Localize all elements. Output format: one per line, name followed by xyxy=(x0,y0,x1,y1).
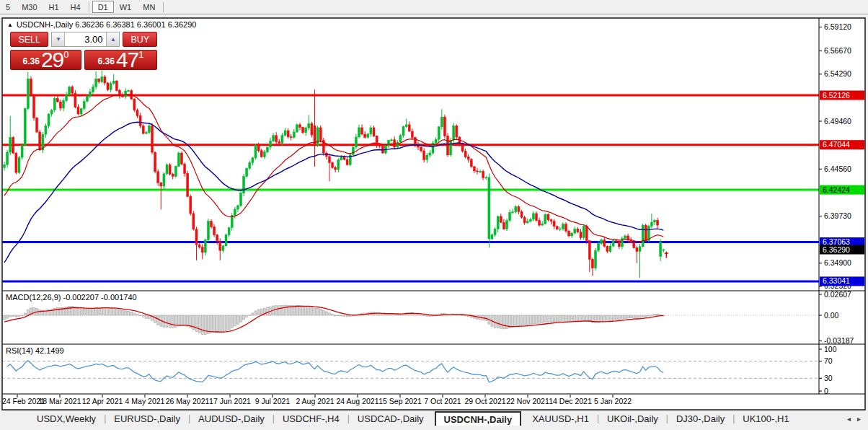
volume-input[interactable]: 3.00 xyxy=(65,32,106,46)
timeframe-button-5[interactable]: 5 xyxy=(0,1,16,13)
ask-price-box[interactable]: 6.36471 xyxy=(84,50,157,70)
tab-scroll-left-icon[interactable]: ◂ xyxy=(847,415,851,423)
ask-price-big: 47 xyxy=(116,51,138,69)
chart-tab-usdchf-h4[interactable]: USDCHF-,H4 xyxy=(275,413,347,424)
volume-decrease-button[interactable]: ▼ xyxy=(52,32,65,46)
timeframe-button-w1[interactable]: W1 xyxy=(114,1,138,13)
timeframe-button-m30[interactable]: M30 xyxy=(16,1,43,13)
chart-tab-dj30-daily[interactable]: DJ30-,Daily xyxy=(668,413,732,424)
chart-tab-usdx-weekly[interactable]: USDX,Weekly xyxy=(29,413,104,424)
chevron-down-icon: ▼ xyxy=(56,36,61,43)
timeframe-button-d1[interactable]: D1 xyxy=(92,1,114,13)
time-axis: 24 Feb 202118 Mar 202112 Apr 20214 May 2… xyxy=(2,395,632,405)
tab-scroll-right-icon[interactable]: ▸ xyxy=(857,415,861,423)
chevron-up-icon: ▲ xyxy=(110,36,116,43)
macd-tick-label: 0.02607 xyxy=(824,290,851,299)
buy-button[interactable]: BUY xyxy=(123,32,157,47)
price-badge-6.33041: 6.33041 xyxy=(823,276,850,285)
chart-title-ohlc: USDCNH-,Daily 6.36236 6.36381 6.36001 6.… xyxy=(17,20,197,29)
timeframe-button-h4[interactable]: H4 xyxy=(65,1,87,13)
chart-window-bg xyxy=(2,18,865,410)
bid-price-big: 29 xyxy=(41,51,63,69)
one-click-collapse-icon[interactable]: ▲ xyxy=(7,22,13,28)
ask-price-sup: 1 xyxy=(138,49,143,60)
time-label: 24 Aug 2021 xyxy=(337,397,379,405)
one-click-trading-panel: SELL ▼ 3.00 ▲ BUY 6.36290 6.36471 xyxy=(10,32,157,70)
price-tick-label: 6.34900 xyxy=(824,258,851,267)
time-label: 22 Nov 2021 xyxy=(506,397,549,405)
time-label: 15 Sep 2021 xyxy=(378,397,422,405)
time-label: 5 Jan 2022 xyxy=(594,397,632,405)
time-label: 9 Jul 2021 xyxy=(255,397,291,405)
chart-tab-audusd-daily[interactable]: AUDUSD-,Daily xyxy=(190,413,273,424)
rsi-tick-label: 100 xyxy=(824,345,837,354)
price-tick-label: 6.56670 xyxy=(824,46,851,55)
sell-button[interactable]: SELL xyxy=(10,32,48,47)
volume-increase-button[interactable]: ▲ xyxy=(106,32,119,46)
time-label: 29 Oct 2021 xyxy=(464,397,505,405)
timeframe-button-mn[interactable]: MN xyxy=(137,1,161,13)
chart-tab-usdcnh-daily[interactable]: USDCNH-,Daily xyxy=(435,411,522,426)
bid-price-sup: 0 xyxy=(63,49,68,60)
price-tick-label: 6.59120 xyxy=(824,22,851,31)
price-badge-6.36290: 6.36290 xyxy=(823,245,850,254)
bid-price-box[interactable]: 6.36290 xyxy=(10,50,81,70)
chart-tab-ukoil-daily[interactable]: UKOil-,Daily xyxy=(599,413,666,424)
timeframe-button-h1[interactable]: H1 xyxy=(43,1,65,13)
price-badge-6.42424: 6.42424 xyxy=(823,185,850,194)
chart-tab-eurusd-daily[interactable]: EURUSD-,Daily xyxy=(106,413,188,424)
chart-tab-usdcad-daily[interactable]: USDCAD-,Daily xyxy=(350,413,432,424)
timeframe-toolbar: 5M30H1H4D1W1MN xyxy=(0,0,868,14)
time-label: 26 May 2021 xyxy=(166,397,210,405)
price-tick-label: 6.39730 xyxy=(824,211,851,220)
ask-price-prefix: 6.36 xyxy=(98,56,115,66)
macd-label: MACD(12,26,9) -0.002207 -0.001740 xyxy=(6,293,137,302)
toolbar-separator xyxy=(163,2,164,12)
toolbar-separator xyxy=(89,2,90,12)
rsi-tick-label: 30 xyxy=(824,374,833,382)
time-label: 4 May 2021 xyxy=(125,397,165,405)
price-tick-label: 6.44560 xyxy=(824,164,851,173)
time-label: 7 Oct 2021 xyxy=(424,397,461,405)
bid-price-prefix: 6.36 xyxy=(23,56,40,66)
time-label: 14 Dec 2021 xyxy=(549,397,592,405)
rsi-tick-label: 0 xyxy=(824,387,828,395)
volume-stepper: ▼ 3.00 ▲ xyxy=(51,32,120,47)
chart-tab-xauusd-h1[interactable]: XAUUSD-,H1 xyxy=(524,413,597,424)
time-label: 2 Aug 2021 xyxy=(296,397,334,405)
macd-tick-label: 0.00 xyxy=(824,311,839,320)
time-label: 12 Apr 2021 xyxy=(82,397,123,405)
price-badge-6.52126: 6.52126 xyxy=(823,91,850,100)
macd-tick-label: -0.03187 xyxy=(824,336,854,345)
rsi-label: RSI(14) 42.1499 xyxy=(6,346,64,355)
chart-tab-uk100-h1[interactable]: UK100-,H1 xyxy=(735,413,797,424)
time-label: 18 Mar 2021 xyxy=(39,397,81,405)
time-label: 17 Jun 2021 xyxy=(209,397,251,405)
chart-header: ▲USDCNH-,Daily 6.36236 6.36381 6.36001 6… xyxy=(7,20,196,29)
price-tick-label: 6.49460 xyxy=(824,117,851,126)
rsi-tick-label: 70 xyxy=(824,356,833,365)
price-badge-6.47044: 6.47044 xyxy=(823,140,850,149)
price-tick-label: 6.54290 xyxy=(824,69,851,78)
tab-scroll-arrows: ◂▸ xyxy=(847,415,861,423)
chart-tab-bar: USDX,Weekly|EURUSD-,Daily|AUDUSD-,Daily|… xyxy=(0,411,868,426)
